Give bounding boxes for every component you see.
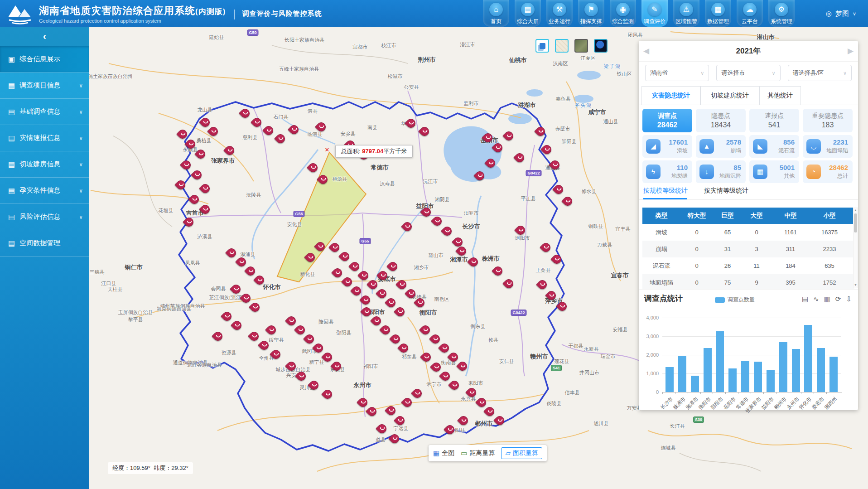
sidebar-item-label: 切坡建房信息 <box>19 160 60 169</box>
nav-system-management[interactable]: ⚙系统管理 <box>768 0 795 27</box>
nav-region-warning[interactable]: ⚠区域预警 <box>673 0 699 27</box>
sidebar-collapse-button[interactable]: ‹ <box>0 27 89 46</box>
nav-home[interactable]: ⌂首页 <box>483 0 509 27</box>
table-cell: 26 <box>713 262 742 269</box>
nav-command-support[interactable]: ⚑指挥支撑 <box>578 0 604 27</box>
full-extent-icon: ▦ <box>433 449 439 457</box>
region-select-1[interactable]: 湖南省∨ <box>645 65 709 81</box>
nav-survey-evaluation[interactable]: ✎调查评价 <box>641 0 668 27</box>
nav-data-management[interactable]: ▦数据管理 <box>705 0 731 27</box>
ground-collapse-icon: ◡ <box>806 139 821 154</box>
scroll-down-icon[interactable]: ▼ <box>854 283 858 287</box>
table-cell: 0 <box>680 229 713 236</box>
eye-icon[interactable]: ◎ <box>826 10 832 18</box>
app-subtitle: Geological hazard protection control app… <box>39 18 226 24</box>
table-header-cell: 小型 <box>810 212 849 220</box>
nav-monitoring[interactable]: ◉综合监测 <box>610 0 636 27</box>
user-menu[interactable]: ◎ 梦图 ∨ <box>826 0 856 27</box>
other-icon: ▦ <box>753 165 767 179</box>
summary-card-3[interactable]: 速报点541 <box>749 109 799 132</box>
sidebar-item-2[interactable]: ▤调查项目信息∨ <box>0 73 89 99</box>
stat-tabs: 灾害隐患统计切坡建房统计其他统计 <box>641 86 801 105</box>
card-value: 183 <box>822 121 834 129</box>
sidebar-item-7[interactable]: ▤风险评估信息∨ <box>0 204 89 230</box>
chevron-down-icon: ∨ <box>79 135 83 141</box>
stat-ground-collapse[interactable]: ◡2231地面塌陷 <box>803 135 853 158</box>
nav-business-run[interactable]: ⚒业务运行 <box>546 0 573 27</box>
distance-measure-button[interactable]: ▭距离量算 <box>461 449 495 457</box>
bar-张家界市 <box>754 362 762 392</box>
layers-toggle-button[interactable] <box>535 39 549 53</box>
table-row: 滑坡0650116116375 <box>642 224 854 241</box>
table-cell: 9 <box>742 279 771 286</box>
stat-ground-fissure[interactable]: ϟ110地裂缝 <box>642 160 692 183</box>
sidebar-item-label: 空间数据管理 <box>19 239 60 247</box>
sidebar-item-4[interactable]: ▤灾情速报信息∨ <box>0 125 89 151</box>
scrollbar-thumb[interactable] <box>854 213 857 232</box>
table-scrollbar[interactable]: ▲▼ <box>853 208 858 288</box>
gridline <box>662 355 841 355</box>
subtabs-divider <box>639 199 858 200</box>
table-row: 崩塌03133112233 <box>642 241 854 257</box>
big-screen-icon: ▤ <box>521 3 535 16</box>
x-tick <box>841 392 841 394</box>
sidebar-item-icon: ▤ <box>8 134 15 142</box>
stat-landslide[interactable]: ◢17601滑坡 <box>642 135 692 158</box>
subtab-1[interactable]: 按规模等级统计 <box>643 187 688 195</box>
nav-cloud-platform[interactable]: ☁云平台 <box>737 0 763 27</box>
sidebar-item-6[interactable]: ▤孕灾条件信息∨ <box>0 178 89 204</box>
bar-湘潭市 <box>691 376 699 392</box>
nav-label: 业务运行 <box>549 18 570 25</box>
summary-card-2[interactable]: 隐患点18434 <box>696 109 746 132</box>
summary-card-4[interactable]: 重要隐患点183 <box>803 109 853 132</box>
region-select-3[interactable]: 请选择县/区∨ <box>788 65 852 81</box>
bar-常德市 <box>741 361 749 392</box>
sidebar-item-1[interactable]: ▣综合信息展示 <box>0 46 89 73</box>
full-extent-button[interactable]: ▦全图 <box>433 449 454 457</box>
globe-thumbnail[interactable] <box>594 39 608 53</box>
sidebar-item-label: 风险评估信息 <box>19 213 60 221</box>
nav-label: 综合大屏 <box>517 18 539 25</box>
subtab-2[interactable]: 按灾情等级统计 <box>704 187 748 195</box>
nav-big-screen[interactable]: ▤综合大屏 <box>515 0 541 27</box>
summary-card-1[interactable]: 调查点28462 <box>642 109 692 132</box>
app-title: 湖南省地质灾害防治综合应用系统 <box>39 5 195 16</box>
sidebar-item-3[interactable]: ▤基础调查信息∨ <box>0 99 89 125</box>
stat-debris-flow[interactable]: ◣856泥石流 <box>749 135 799 158</box>
app-root: 利川市恩施土家族苗族自治州咸丰县建始县长阳土家族自治县五峰土家族自治县宜都市枝江… <box>0 0 868 489</box>
road-badge: G50 <box>247 29 258 36</box>
lat-value: 29.32° <box>171 465 188 471</box>
stat-text: 856泥石流 <box>767 138 799 155</box>
tab-2[interactable]: 切坡建房统计 <box>700 86 759 105</box>
year-prev-arrow[interactable]: ◀ <box>643 46 649 56</box>
satellite-thumbnail[interactable] <box>574 39 588 53</box>
select-value: 请选择市 <box>721 69 745 77</box>
stat-collapse[interactable]: ▲2578崩塌 <box>696 135 746 158</box>
tab-1[interactable]: 灾害隐患统计 <box>641 86 700 105</box>
stat-other[interactable]: ▦5001其他 <box>749 160 799 183</box>
lat-label: 纬度： <box>154 465 171 471</box>
y-tick-label: 0 <box>639 389 659 395</box>
stat-text: 28462总计 <box>821 164 853 180</box>
chevron-down-icon: ∨ <box>79 161 83 168</box>
sidebar-item-5[interactable]: ▤切坡建房信息∨ <box>0 151 89 178</box>
year-next-arrow[interactable]: ▶ <box>848 46 854 56</box>
chevron-down-icon: ∨ <box>79 188 83 194</box>
collapse-icon: ▲ <box>699 139 714 154</box>
stat-total[interactable]: ◔28462总计 <box>803 160 853 183</box>
street-map-thumbnail[interactable] <box>555 39 569 53</box>
table-row: 泥石流02611184635 <box>642 257 854 274</box>
stat-land-subsidence[interactable]: ↓85地面沉降 <box>696 160 746 183</box>
table-row: 地面塌陷07593951752 <box>642 274 854 289</box>
area-measure-button[interactable]: ▱面积量算 <box>501 447 542 459</box>
sidebar-item-8[interactable]: ▤空间数据管理 <box>0 230 89 257</box>
region-select-2[interactable]: 请选择市∨ <box>716 65 780 81</box>
x-tick <box>826 392 827 394</box>
table-cell: 75 <box>713 279 742 286</box>
scroll-up-icon[interactable]: ▲ <box>854 208 858 213</box>
x-tick <box>688 392 688 394</box>
table-cell: 3 <box>742 246 771 252</box>
tab-3[interactable]: 其他统计 <box>759 86 801 105</box>
stat-value: 2231 <box>833 138 848 146</box>
table-cell: 16375 <box>810 229 849 236</box>
